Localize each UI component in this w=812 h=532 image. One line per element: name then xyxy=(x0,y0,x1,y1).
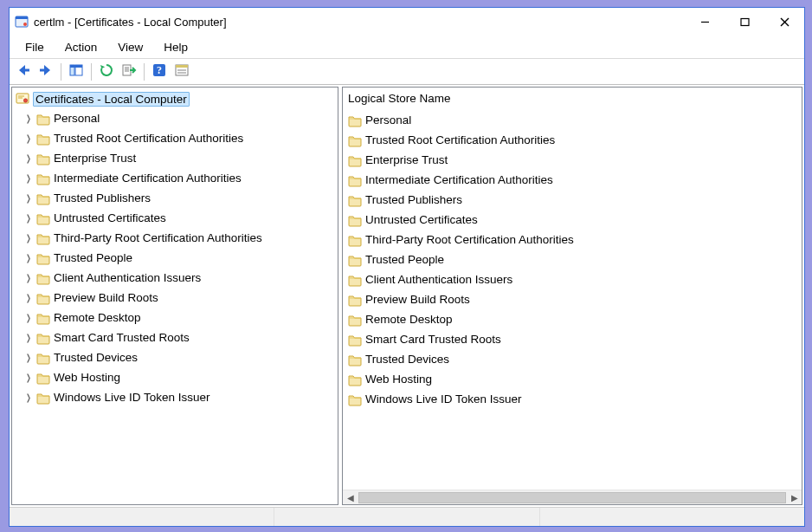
tree-item[interactable]: ❯Untrusted Certificates xyxy=(12,208,338,228)
list-item-label: Personal xyxy=(365,114,411,127)
scroll-left-arrow-icon[interactable]: ◀ xyxy=(343,490,358,505)
column-header[interactable]: Logical Store Name xyxy=(343,88,802,108)
list-item-label: Trusted Devices xyxy=(365,353,449,366)
tree-item-label: Web Hosting xyxy=(54,371,120,384)
list-item[interactable]: Trusted People xyxy=(343,250,802,269)
list-body[interactable]: PersonalTrusted Root Certification Autho… xyxy=(343,108,802,490)
list-item[interactable]: Trusted Devices xyxy=(343,349,802,369)
tree-item[interactable]: ❯Smart Card Trusted Roots xyxy=(12,328,338,347)
svg-text:?: ? xyxy=(157,64,162,76)
tree-item[interactable]: ❯Personal xyxy=(12,108,338,128)
expand-icon[interactable]: ❯ xyxy=(24,212,33,224)
tree-item-label: Trusted Root Certification Authorities xyxy=(54,132,243,145)
tree-item-label: Remote Desktop xyxy=(54,311,141,324)
tree-item[interactable]: ❯Web Hosting xyxy=(12,367,338,387)
tree-root[interactable]: Certificates - Local Computer xyxy=(12,89,338,108)
folder-icon xyxy=(36,152,50,165)
properties-button[interactable] xyxy=(171,62,192,82)
tree-item[interactable]: ❯Windows Live ID Token Issuer xyxy=(12,387,338,407)
folder-icon xyxy=(348,314,362,326)
tree-item[interactable]: ❯Third-Party Root Certification Authorit… xyxy=(12,228,338,248)
folder-icon xyxy=(36,332,50,344)
tree-item-label: Personal xyxy=(54,112,100,125)
tree-item[interactable]: ❯Trusted Publishers xyxy=(12,188,338,208)
list-item[interactable]: Trusted Publishers xyxy=(343,190,802,210)
folder-icon xyxy=(36,133,50,145)
show-hide-tree-button[interactable] xyxy=(66,62,87,82)
folder-icon xyxy=(348,114,362,127)
menu-view[interactable]: View xyxy=(107,39,153,55)
folder-icon xyxy=(348,334,362,346)
list-item[interactable]: Personal xyxy=(343,110,802,130)
list-item[interactable]: Client Authentication Issuers xyxy=(343,269,802,289)
expand-icon[interactable]: ❯ xyxy=(24,172,33,185)
list-item[interactable]: Trusted Root Certification Authorities xyxy=(343,130,802,150)
folder-icon xyxy=(36,372,50,384)
nav-forward-button[interactable] xyxy=(35,62,56,82)
expand-icon[interactable]: ❯ xyxy=(24,312,33,324)
folder-icon xyxy=(348,134,362,146)
tree-item[interactable]: ❯Trusted Devices xyxy=(12,347,338,367)
svg-rect-13 xyxy=(70,65,82,68)
list-item[interactable]: Enterprise Trust xyxy=(343,150,802,170)
expand-icon[interactable]: ❯ xyxy=(24,133,33,145)
tree-item[interactable]: ❯Remote Desktop xyxy=(12,308,338,328)
list-item[interactable]: Intermediate Certification Authorities xyxy=(343,170,802,190)
expand-icon[interactable]: ❯ xyxy=(24,372,33,384)
scrollbar-thumb[interactable] xyxy=(358,492,786,503)
folder-icon xyxy=(348,373,362,386)
tree-item-label: Third-Party Root Certification Authoriti… xyxy=(54,231,262,244)
tree-item[interactable]: ❯Preview Build Roots xyxy=(12,288,338,308)
list-item-label: Trusted People xyxy=(365,253,444,266)
expand-icon[interactable]: ❯ xyxy=(24,152,33,165)
menu-action[interactable]: Action xyxy=(55,39,108,55)
list-item-label: Smart Card Trusted Roots xyxy=(365,333,501,346)
horizontal-scrollbar[interactable]: ◀ ▶ xyxy=(343,490,802,504)
help-button[interactable]: ? xyxy=(149,62,170,82)
maximize-button[interactable] xyxy=(725,8,764,36)
export-list-button[interactable] xyxy=(119,62,139,82)
refresh-icon xyxy=(99,62,114,81)
tree-item[interactable]: ❯Client Authentication Issuers xyxy=(12,268,338,288)
list-item[interactable]: Preview Build Roots xyxy=(343,289,802,309)
expand-icon[interactable]: ❯ xyxy=(24,113,33,125)
tree-item[interactable]: ❯Trusted Root Certification Authorities xyxy=(12,128,338,148)
menu-help[interactable]: Help xyxy=(153,39,198,55)
tree-body[interactable]: Certificates - Local Computer ❯Personal❯… xyxy=(12,88,338,504)
expand-icon[interactable]: ❯ xyxy=(24,392,33,404)
expand-icon[interactable]: ❯ xyxy=(24,292,33,304)
folder-icon xyxy=(36,113,50,125)
refresh-button[interactable] xyxy=(96,62,117,82)
expand-icon[interactable]: ❯ xyxy=(24,352,33,364)
list-item[interactable]: Third-Party Root Certification Authoriti… xyxy=(343,230,802,250)
expand-icon[interactable]: ❯ xyxy=(24,332,33,344)
export-icon xyxy=(121,62,137,81)
scroll-right-arrow-icon[interactable]: ▶ xyxy=(787,490,802,505)
column-header-label: Logical Store Name xyxy=(348,92,451,105)
folder-icon xyxy=(348,234,362,246)
tree-item[interactable]: ❯Trusted People xyxy=(12,248,338,268)
list-item[interactable]: Smart Card Trusted Roots xyxy=(343,329,802,349)
folder-icon xyxy=(348,174,362,186)
tree-item-label: Windows Live ID Token Issuer xyxy=(54,391,210,404)
list-item[interactable]: Web Hosting xyxy=(343,369,802,389)
folder-icon xyxy=(348,393,362,405)
list-item[interactable]: Untrusted Certificates xyxy=(343,210,802,230)
expand-icon[interactable]: ❯ xyxy=(24,252,33,264)
tree-item-label: Trusted Publishers xyxy=(54,191,151,204)
minimize-button[interactable] xyxy=(685,8,725,36)
menu-file[interactable]: File xyxy=(15,39,55,55)
list-item-label: Preview Build Roots xyxy=(365,293,470,306)
list-item[interactable]: Remote Desktop xyxy=(343,309,802,329)
expand-icon[interactable]: ❯ xyxy=(24,272,33,284)
tree-item[interactable]: ❯Enterprise Trust xyxy=(12,148,338,168)
tree-item[interactable]: ❯Intermediate Certification Authorities xyxy=(12,168,338,188)
list-item[interactable]: Windows Live ID Token Issuer xyxy=(343,389,802,409)
expand-icon[interactable]: ❯ xyxy=(24,192,33,204)
window-list-icon xyxy=(174,62,190,81)
close-button[interactable] xyxy=(764,8,804,36)
nav-back-button[interactable] xyxy=(13,62,34,82)
panel-icon xyxy=(68,62,84,81)
expand-icon[interactable]: ❯ xyxy=(24,232,33,244)
list-item-label: Web Hosting xyxy=(365,373,432,386)
